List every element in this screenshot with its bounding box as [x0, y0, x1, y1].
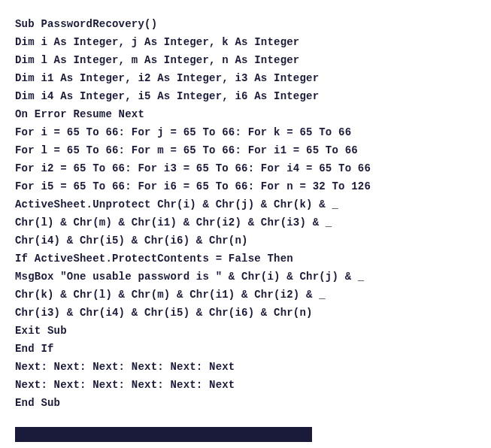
code-block: Sub PasswordRecovery() Dim i As Integer,…	[15, 15, 491, 412]
code-line: ActiveSheet.Unprotect Chr(i) & Chr(j) & …	[15, 195, 491, 213]
code-line: End If	[15, 340, 491, 358]
code-line: Chr(i4) & Chr(i5) & Chr(i6) & Chr(n)	[15, 232, 491, 250]
code-line: Dim l As Integer, m As Integer, n As Int…	[15, 51, 491, 69]
code-line: Exit Sub	[15, 322, 491, 340]
code-line: Chr(k) & Chr(l) & Chr(m) & Chr(i1) & Chr…	[15, 286, 491, 304]
code-line: If ActiveSheet.ProtectContents = False T…	[15, 250, 491, 268]
code-line: Dim i1 As Integer, i2 As Integer, i3 As …	[15, 69, 491, 87]
code-line: Next: Next: Next: Next: Next: Next	[15, 376, 491, 394]
code-line: Dim i As Integer, j As Integer, k As Int…	[15, 33, 491, 51]
code-line: On Error Resume Next	[15, 105, 491, 123]
code-line: Chr(i3) & Chr(i4) & Chr(i5) & Chr(i6) & …	[15, 304, 491, 322]
code-line: End Sub	[15, 394, 491, 412]
horizontal-bar	[15, 427, 312, 442]
code-line: For i = 65 To 66: For j = 65 To 66: For …	[15, 123, 491, 141]
code-line: For i2 = 65 To 66: For i3 = 65 To 66: Fo…	[15, 159, 491, 177]
code-line: Sub PasswordRecovery()	[15, 15, 491, 33]
code-line: For l = 65 To 66: For m = 65 To 66: For …	[15, 141, 491, 159]
code-line: Chr(l) & Chr(m) & Chr(i1) & Chr(i2) & Ch…	[15, 213, 491, 232]
code-line: Dim i4 As Integer, i5 As Integer, i6 As …	[15, 87, 491, 105]
code-line: For i5 = 65 To 66: For i6 = 65 To 66: Fo…	[15, 177, 491, 195]
code-line: Next: Next: Next: Next: Next: Next	[15, 358, 491, 376]
code-line: MsgBox "One usable password is " & Chr(i…	[15, 268, 491, 286]
